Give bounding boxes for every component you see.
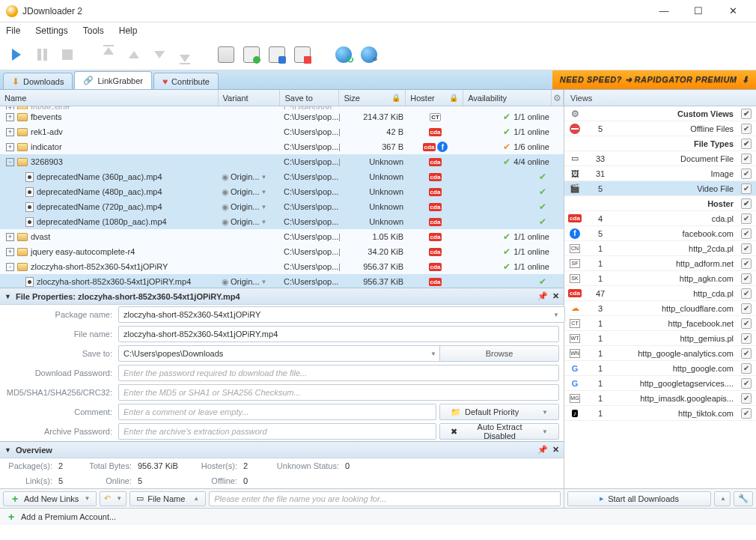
close-panel-icon[interactable]: ✕ — [552, 291, 559, 301]
tree-expand-icon[interactable]: - — [6, 263, 14, 271]
tree-expand-icon[interactable]: + — [6, 233, 14, 241]
hash-input[interactable] — [118, 384, 559, 401]
pin-icon[interactable]: 📌 — [537, 291, 548, 301]
view-item[interactable]: ♪1http_tiktok.com✔ — [564, 406, 756, 421]
view-item[interactable]: CT1http_facebook.net✔ — [564, 316, 756, 331]
close-panel-icon[interactable]: ✕ — [552, 445, 559, 455]
checkbox[interactable]: ✔ — [741, 154, 752, 164]
close-button[interactable]: ✕ — [716, 0, 750, 22]
checkbox[interactable]: ✔ — [741, 198, 752, 209]
restore-button[interactable]: ↶▼ — [100, 491, 126, 506]
view-item[interactable]: MG1http_imasdk.googleapis...✔ — [564, 391, 756, 406]
view-item[interactable]: cda4cda.pl✔ — [564, 211, 756, 226]
view-item[interactable]: G1http_googletagservices....✔ — [564, 376, 756, 391]
checkbox[interactable]: ✔ — [741, 109, 752, 119]
package-name-input[interactable] — [118, 306, 565, 323]
clipboard-add-button[interactable] — [241, 44, 262, 65]
dropdown-icon[interactable]: ▼ — [261, 189, 267, 195]
checkbox[interactable]: ✔ — [741, 169, 752, 179]
checkbox[interactable]: ✔ — [741, 303, 752, 314]
checkbox[interactable]: ✔ — [741, 348, 752, 359]
checkbox[interactable]: ✔ — [741, 124, 752, 134]
promo-banner[interactable]: NEED SPEED? ➜ RAPIDGATOR PREMIUM⬇ — [552, 70, 756, 89]
start-dropdown[interactable]: ▲ — [714, 491, 731, 506]
menu-tools[interactable]: Tools — [83, 25, 104, 36]
archive-password-input[interactable] — [118, 423, 436, 440]
checkbox[interactable]: ✔ — [741, 228, 752, 239]
priority-button[interactable]: 📁Default Priority▼ — [439, 404, 559, 420]
view-item[interactable]: WN1http_google-analytics.com✔ — [564, 346, 756, 361]
col-size[interactable]: Size🔒 — [339, 90, 406, 106]
add-links-button[interactable]: +Add New Links▼ — [3, 491, 97, 506]
tab-contribute[interactable]: ♥Contribute — [153, 73, 219, 89]
move-up-button[interactable] — [124, 44, 144, 65]
table-row[interactable]: +rek1-advC:\Users\pop... [1]42 Bcda✔1/1 … — [0, 124, 564, 139]
view-item[interactable]: 🖼31Image✔ — [564, 166, 756, 181]
pin-icon[interactable]: 📌 — [537, 445, 548, 455]
checkbox[interactable]: ✔ — [741, 183, 752, 194]
view-item[interactable]: f5facebook.com✔ — [564, 226, 756, 241]
auto-extract-button[interactable]: ✖Auto Extract Disabled▼ — [439, 423, 559, 440]
view-item[interactable]: ▭33Document File✔ — [564, 151, 756, 166]
move-down-button[interactable] — [149, 44, 170, 65]
checkbox[interactable]: ✔ — [741, 273, 752, 284]
play-button[interactable] — [6, 44, 27, 65]
dropdown-icon[interactable]: ▼ — [261, 174, 267, 180]
tab-downloads[interactable]: ⬇Downloads — [3, 73, 73, 89]
table-row[interactable]: -3268903C:\Users\pop... [4]Unknowncda✔4/… — [0, 154, 564, 169]
table-row[interactable]: deprecatedName (360p_aac).mp4◉Origin...▼… — [0, 169, 564, 184]
table-row[interactable]: +indicatorC:\Users\pop... [6]367 Bcdaf✔1… — [0, 139, 564, 154]
save-to-input[interactable] — [118, 345, 442, 362]
checkbox[interactable]: ✔ — [741, 213, 752, 224]
table-row[interactable]: -zloczyha-short-852x360-54xt1jOPiRYC:\Us… — [0, 259, 564, 274]
menu-settings[interactable]: Settings — [35, 25, 67, 36]
dropdown-icon[interactable]: ▼ — [261, 219, 267, 225]
minimize-button[interactable]: — — [647, 0, 681, 22]
checkbox[interactable]: ✔ — [741, 363, 752, 374]
connection-button[interactable] — [359, 44, 379, 65]
checkbox[interactable]: ✔ — [741, 378, 752, 389]
checkbox[interactable]: ✔ — [741, 393, 752, 404]
table-row[interactable]: +fbeventsC:\Users\pop... [1]214.37 KiBCT… — [0, 109, 564, 124]
dropdown-icon[interactable]: ▼ — [261, 279, 267, 285]
pause-button[interactable] — [31, 44, 52, 65]
tree-expand-icon[interactable]: + — [6, 128, 14, 136]
view-item[interactable]: SK1http_agkn.com✔ — [564, 271, 756, 286]
col-name[interactable]: Name — [0, 90, 219, 106]
view-item[interactable]: SF1http_adform.net✔ — [564, 256, 756, 271]
checkbox[interactable]: ✔ — [741, 333, 752, 344]
tree-expand-icon[interactable]: + — [6, 248, 14, 256]
view-item[interactable]: cda47http_cda.pl✔ — [564, 286, 756, 301]
password-input[interactable] — [118, 365, 559, 381]
clipboard-remove-button[interactable] — [292, 44, 313, 65]
col-variant[interactable]: Variant — [219, 90, 281, 106]
view-item[interactable]: 🎬5Video File✔ — [564, 181, 756, 196]
table-body[interactable]: +folder-stuffC:\Users\pop...+fbeventsC:\… — [0, 106, 564, 288]
browse-button[interactable]: Browse — [439, 345, 559, 362]
dropdown-icon[interactable]: ▼ — [430, 351, 436, 357]
tree-expand-icon[interactable]: - — [6, 158, 14, 166]
col-save[interactable]: Save to — [280, 90, 339, 106]
menu-file[interactable]: File — [6, 25, 20, 36]
dropdown-icon[interactable]: ▼ — [261, 204, 267, 210]
tree-expand-icon[interactable]: + — [6, 143, 14, 151]
move-top-button[interactable] — [98, 44, 119, 65]
tree-expand-icon[interactable]: + — [6, 113, 14, 121]
view-item[interactable]: 5Offline Files✔ — [564, 121, 756, 136]
reconnect-button[interactable] — [333, 44, 354, 65]
col-availability[interactable]: Availability — [463, 90, 552, 106]
checkbox[interactable]: ✔ — [741, 258, 752, 269]
table-row[interactable]: +dvastC:\Users\pop... [1]1.05 KiBcda✔1/1… — [0, 229, 564, 244]
stop-button[interactable] — [57, 44, 78, 65]
menu-help[interactable]: Help — [119, 25, 138, 36]
checkbox[interactable]: ✔ — [741, 139, 752, 149]
start-all-button[interactable]: ▸Start all Downloads — [567, 491, 711, 506]
table-row[interactable]: deprecatedName (480p_aac).mp4◉Origin...▼… — [0, 184, 564, 199]
view-item[interactable]: WT1http_gemius.pl✔ — [564, 331, 756, 346]
tab-linkgrabber[interactable]: 🔗LinkGrabber — [74, 71, 152, 89]
table-row[interactable]: deprecatedName (720p_aac).mp4◉Origin...▼… — [0, 199, 564, 214]
comment-input[interactable] — [118, 404, 436, 420]
filename-filter-button[interactable]: ▭File Name▲ — [129, 491, 206, 506]
clipboard-button[interactable] — [216, 44, 237, 65]
clipboard-settings-button[interactable] — [266, 44, 287, 65]
